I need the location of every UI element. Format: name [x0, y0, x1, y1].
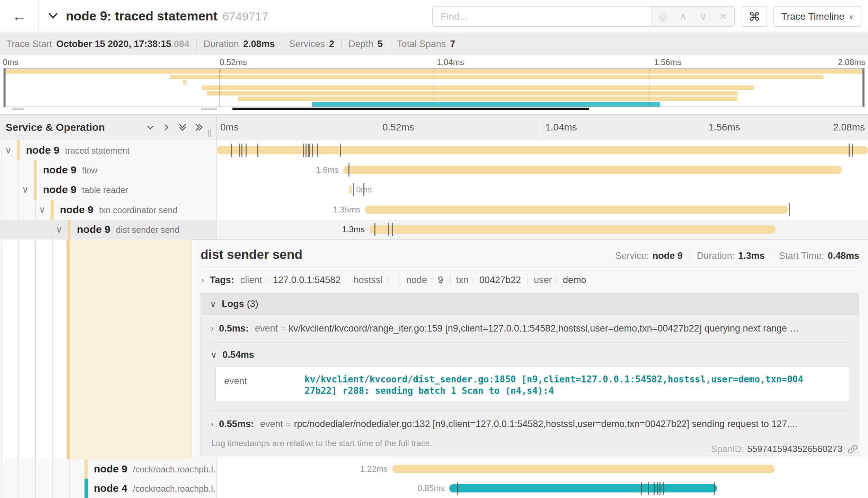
span-row-dist-sender-send[interactable]: ∨ node 9dist sender send 1.3ms: [0, 220, 868, 239]
span-bar-cell[interactable]: [216, 140, 868, 160]
trace-start-fraction: .084: [171, 39, 189, 49]
logs-header[interactable]: ∨ Logs (3): [201, 293, 859, 315]
span-name-cell[interactable]: ∨ node 9txn coordinator send: [0, 200, 216, 219]
span-name-cell[interactable]: ∨ node 9traced statement: [0, 140, 216, 160]
log-marker-tick: [305, 144, 307, 157]
span-color-bar: [85, 479, 88, 498]
duration-meta-value: 1.3ms: [738, 251, 765, 261]
span-duration-bar[interactable]: [392, 465, 775, 473]
back-button[interactable]: ←: [0, 0, 39, 33]
span-row-txn-coordinator-send[interactable]: ∨ node 9txn coordinator send 1.35ms: [0, 200, 868, 219]
log-expand-chevron-icon[interactable]: ›: [211, 324, 213, 334]
minimap-drag-handle[interactable]: [12, 108, 24, 110]
separator: [772, 251, 772, 261]
span-color-bar: [34, 180, 37, 200]
span-row-flow[interactable]: ∨ node 9flow 1.6ms: [0, 160, 868, 180]
log-entry-2-header[interactable]: ∨ 0.54ms: [211, 343, 849, 360]
log-entry-3[interactable]: › 0.55ms: event = rpc/nodedialer/nodedia…: [211, 410, 849, 438]
column-resize-grip[interactable]: [208, 130, 211, 137]
span-duration-bar[interactable]: [349, 185, 352, 194]
span-name-cell[interactable]: ∨ node 9/cockroach.roachpb.I...: [0, 459, 216, 479]
span-collapse-chevron-icon[interactable]: ∨: [39, 204, 46, 215]
span-collapse-chevron-icon[interactable]: ∨: [22, 184, 29, 195]
collapse-all-icon[interactable]: [177, 122, 188, 133]
minimap-right-scrubber[interactable]: [862, 69, 864, 107]
expand-all-icon[interactable]: [194, 122, 204, 133]
span-name-cell[interactable]: ∨ node 9dist sender send: [0, 220, 216, 239]
span-detail-panel: dist sender send Service:node 9 Duration…: [192, 239, 868, 459]
locate-icon[interactable]: ◎: [658, 11, 667, 22]
trace-summary-bar: Trace Start October 15 2020, 17:38:15.08…: [0, 33, 868, 55]
minimap-left-scrubber[interactable]: [4, 69, 6, 107]
span-bar-cell[interactable]: 1.35ms: [216, 200, 868, 219]
log-marker-tick: [663, 482, 664, 495]
logs-collapse-chevron-icon[interactable]: ∨: [210, 299, 216, 309]
span-duration-bar[interactable]: [369, 225, 776, 234]
log-field-key: event: [260, 419, 283, 429]
span-duration-bar[interactable]: [365, 206, 788, 214]
log-marker-tick: [308, 144, 309, 157]
copy-link-icon[interactable]: [847, 444, 858, 455]
minimap-canvas[interactable]: [3, 68, 865, 107]
prev-result-icon[interactable]: ∧: [680, 11, 687, 22]
span-detail-section: dist sender send Service:node 9 Duration…: [0, 239, 868, 459]
span-duration-bar[interactable]: [449, 484, 717, 492]
log-marker-tick: [852, 144, 853, 157]
span-bar-cell[interactable]: 1.6ms: [216, 160, 868, 180]
span-collapse-chevron-icon[interactable]: ∨: [5, 145, 12, 156]
axis-tick: 0.52ms: [382, 122, 414, 133]
minimap-tick-labels: 0ms 0.52ms 1.04ms 1.56ms 2.08ms: [0, 55, 868, 68]
separator: [690, 251, 690, 261]
minimap-tick: 0.52ms: [220, 57, 247, 67]
log-collapse-chevron-icon[interactable]: ∨: [211, 350, 217, 360]
indent-guide: [1, 160, 2, 180]
tags-expand-chevron-icon[interactable]: ›: [201, 275, 204, 286]
trace-collapse-chevron-icon[interactable]: [47, 10, 59, 23]
span-operation: /cockroach.roachpb.I...: [133, 484, 216, 494]
minimap-tick: 0ms: [3, 57, 18, 67]
log-marker-tick: [246, 144, 247, 157]
separator: [196, 39, 197, 49]
indent-guide: [1, 239, 2, 459]
span-collapse-chevron-icon[interactable]: ∨: [56, 224, 63, 235]
tags-row[interactable]: › Tags: client=127.0.0.1:54582 hostssl= …: [201, 268, 859, 292]
clear-search-icon[interactable]: ✕: [719, 11, 727, 22]
log-entry-1[interactable]: › 0.5ms: event = kv/kvclient/kvcoord/ran…: [211, 315, 849, 343]
span-row-roachpb-node9[interactable]: ∨ node 9/cockroach.roachpb.I... 1.22ms: [0, 459, 868, 479]
span-name-cell[interactable]: ∨ node 9table reader: [0, 180, 216, 200]
trace-minimap[interactable]: 0ms 0.52ms 1.04ms 1.56ms 2.08ms: [0, 55, 868, 114]
span-bar-cell[interactable]: 0.85ms: [216, 479, 868, 498]
log-marker-tick: [392, 223, 393, 236]
minimap-span-bar: [312, 102, 660, 107]
collapse-one-icon[interactable]: [145, 123, 155, 132]
span-row-traced-statement[interactable]: ∨ node 9traced statement: [0, 140, 868, 160]
span-row-table-reader[interactable]: ∨ node 9table reader 0ms: [0, 180, 868, 200]
span-name-cell[interactable]: ∨ node 4/cockroach.roachpb.I...: [0, 479, 216, 498]
indent-guide: [18, 220, 19, 239]
span-row-roachpb-node4[interactable]: ∨ node 4/cockroach.roachpb.I... 0.85ms: [0, 479, 868, 498]
span-name-cell[interactable]: ∨ node 9flow: [0, 160, 216, 180]
minimap-drag-handle[interactable]: [201, 108, 217, 110]
log-field-value-mono: kv/kvclient/kvcoord/dist_sender.go:1850 …: [304, 371, 806, 397]
tag-key: node: [406, 275, 427, 286]
log-expand-chevron-icon[interactable]: ›: [211, 419, 213, 429]
span-bar-cell[interactable]: 1.3ms: [216, 220, 868, 239]
span-rows: ∨ node 9traced statement ∨ node 9flow 1.…: [0, 140, 868, 239]
view-selector-button[interactable]: Trace Timeline∨: [773, 6, 861, 27]
expand-one-icon[interactable]: [161, 123, 171, 132]
log-marker-tick: [348, 163, 349, 176]
span-bar-cell[interactable]: 0ms: [216, 180, 868, 200]
minimap-selection-bar[interactable]: [232, 108, 589, 110]
total-spans-label: Total Spans: [397, 39, 446, 49]
next-result-icon[interactable]: ∨: [700, 11, 707, 22]
find-input[interactable]: [432, 6, 652, 27]
span-duration-bar[interactable]: [343, 166, 842, 174]
indent-guide: [18, 200, 19, 219]
depth-label: Depth: [348, 39, 373, 49]
span-duration-bar[interactable]: [217, 146, 868, 154]
log-marker-tick: [231, 144, 232, 157]
indent-guide: [35, 239, 36, 459]
span-bar-cell[interactable]: 1.22ms: [216, 459, 868, 479]
service-meta-value: node 9: [653, 251, 683, 261]
keyboard-shortcuts-button[interactable]: ⌘: [742, 6, 767, 27]
